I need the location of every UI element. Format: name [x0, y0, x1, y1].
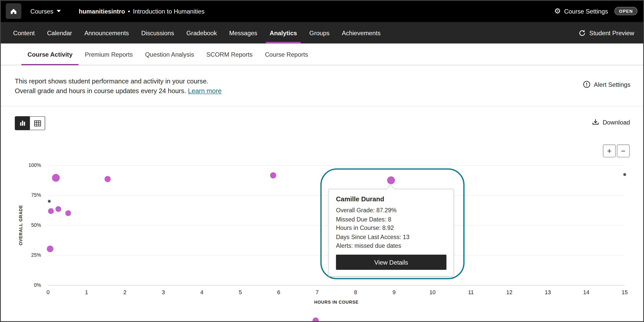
scatter-point[interactable] — [52, 174, 60, 182]
x-axis-tick-label: 6 — [277, 289, 280, 295]
x-axis-label: HOURS IN COURSE — [314, 299, 358, 304]
x-axis-tick-label: 12 — [506, 289, 512, 295]
y-axis-tick-label: 100% — [22, 162, 41, 168]
student-tooltip: Camille Durand Overall Grade: 87.29%Miss… — [329, 189, 454, 276]
x-axis-tick-label: 0 — [46, 289, 49, 295]
x-axis-tick-label: 2 — [123, 289, 127, 295]
gridline — [48, 285, 625, 286]
scatter-point[interactable] — [105, 176, 111, 182]
x-axis-tick-label: 14 — [583, 289, 589, 295]
x-axis-tick-label: 11 — [468, 289, 474, 295]
y-axis-tick-label: 75% — [22, 192, 41, 198]
x-axis-tick-label: 5 — [239, 289, 242, 295]
scatter-point[interactable] — [65, 210, 71, 216]
tooltip-detail-line: Hours in Course: 8.92 — [336, 224, 447, 233]
x-axis-tick-label: 8 — [354, 289, 357, 295]
view-details-button[interactable]: View Details — [336, 254, 447, 270]
scatter-point[interactable] — [48, 208, 54, 214]
scatter-chart: OVERALL GRADE HOURS IN COURSE 0%25%50%75… — [0, 0, 644, 322]
scatter-point[interactable] — [270, 172, 276, 178]
y-axis-tick-label: 50% — [22, 222, 41, 228]
tooltip-detail-line: Days Since Last Access: 13 — [336, 233, 447, 242]
scatter-point[interactable] — [48, 200, 51, 202]
x-axis-tick-label: 4 — [200, 289, 203, 295]
x-axis-tick-label: 9 — [392, 289, 395, 295]
tooltip-student-name: Camille Durand — [336, 195, 447, 203]
y-axis-tick-label: 0% — [22, 282, 41, 288]
scatter-point[interactable] — [623, 173, 626, 176]
partial-scatter-point[interactable] — [313, 317, 319, 322]
scatter-point-highlighted[interactable] — [387, 177, 395, 184]
x-axis-tick-label: 13 — [545, 289, 551, 295]
x-axis-tick-label: 7 — [316, 289, 319, 295]
tooltip-detail-line: Overall Grade: 87.29% — [336, 206, 447, 215]
scatter-point[interactable] — [47, 246, 53, 252]
y-axis-tick-label: 25% — [22, 252, 41, 258]
tooltip-detail-line: Alerts: missed due dates — [336, 242, 447, 251]
app-window: Courses humanitiesintro • Introduction t… — [0, 0, 644, 322]
scatter-point[interactable] — [56, 206, 61, 212]
x-axis-tick-label: 1 — [85, 289, 88, 295]
tooltip-detail-line: Missed Due Dates: 8 — [336, 215, 447, 224]
x-axis-tick-label: 15 — [622, 289, 628, 295]
tooltip-lines: Overall Grade: 87.29%Missed Due Dates: 8… — [329, 206, 453, 250]
x-axis-tick-label: 3 — [162, 289, 165, 295]
gridline — [48, 165, 625, 166]
x-axis-tick-label: 10 — [429, 289, 436, 295]
